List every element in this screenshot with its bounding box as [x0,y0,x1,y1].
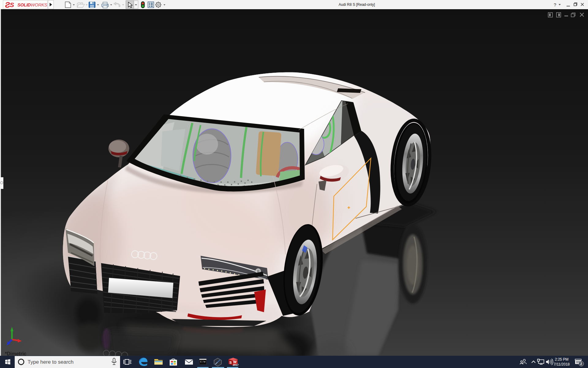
svg-text:2: 2 [580,362,582,366]
svg-text:S: S [229,361,232,364]
svg-text:*Dimetric: *Dimetric [5,351,26,356]
svg-text:SOLIDWORKS: SOLIDWORKS [17,2,47,7]
svg-text:C:\: C:\ [200,360,205,363]
svg-text:?: ? [554,2,556,7]
svg-text:S: S [10,1,14,8]
svg-text:Type here to search: Type here to search [28,359,74,365]
svg-text:2017: 2017 [233,363,239,366]
